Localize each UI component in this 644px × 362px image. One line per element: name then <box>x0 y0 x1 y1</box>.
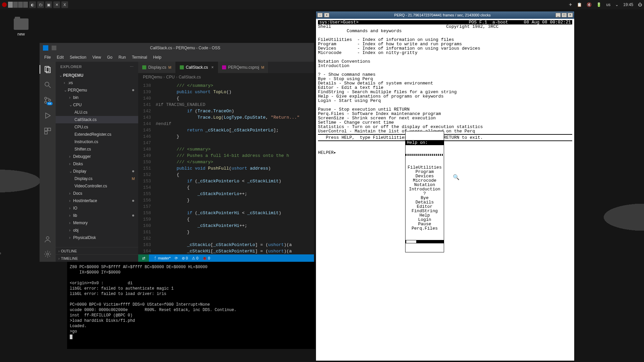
maximize-button[interactable]: □ <box>561 13 567 17</box>
tree-bin[interactable]: bin <box>56 94 138 101</box>
svg-point-12 <box>47 253 49 255</box>
tray-volume-icon[interactable]: 🔇 <box>587 2 592 7</box>
menu-go[interactable]: Go <box>104 54 115 61</box>
explorer-sidebar: EXPLORER ⋯ PERQEMU .vs PERQemu bin CPU A… <box>56 62 138 262</box>
perq-titlebar[interactable]: - ▪ PERQ - 21.79614723704441 frames / se… <box>316 11 574 19</box>
menu-edit[interactable]: Edit <box>54 54 66 61</box>
taskbar: ◐ 🗀 ▣ ✕ X ✈ 📋 🔇 🔋 us ⌄ 19:45 ⏻ <box>0 0 644 9</box>
menu-view[interactable]: View <box>90 54 104 61</box>
tree-root[interactable]: PERQEMU <box>56 72 138 79</box>
code-editor[interactable]: 138 139 140 141 142 143 144 145 146 147 … <box>138 81 314 254</box>
perq-divider <box>318 140 572 141</box>
tree-io[interactable]: IO <box>56 204 138 212</box>
explorer-more-icon[interactable]: ⋯ <box>130 65 134 69</box>
status-warnings[interactable]: ⚠ 0 <box>192 256 198 260</box>
tray-keyboard-layout[interactable]: us <box>606 2 610 7</box>
tree-cpucs[interactable]: CPU.cs <box>56 123 138 131</box>
tree-extreg[interactable]: ExtendedRegister.cs <box>56 131 138 138</box>
svg-point-4 <box>45 97 47 99</box>
tree-perqemu[interactable]: PERQemu <box>56 86 138 94</box>
taskbar-app-code[interactable]: ✕ <box>53 1 60 8</box>
menu-help[interactable]: Help <box>151 54 164 61</box>
help-popup-scrollbar[interactable] <box>406 240 444 243</box>
window-menu-icon[interactable]: - <box>317 13 323 17</box>
close-button[interactable]: × <box>568 13 573 17</box>
tree-memory[interactable]: Memory <box>56 219 138 227</box>
tree-cpu[interactable]: CPU <box>56 101 138 109</box>
tree-physdisk[interactable]: PhysicalDisk <box>56 234 138 241</box>
file-tree: PERQEMU .vs PERQemu bin CPU ALU.cs CallS… <box>56 72 138 247</box>
close-icon[interactable]: × <box>211 65 214 70</box>
breadcrumb[interactable]: PERQemu› CPU› CallStack.cs <box>138 73 314 81</box>
activity-extensions-icon[interactable] <box>43 127 52 135</box>
perq-status-line: sys:User>Guest>POS F.1 a-boot 08 Aug 08 … <box>318 20 572 24</box>
project-file-icon <box>222 65 226 69</box>
csharp-file-icon <box>142 65 146 69</box>
tab-display[interactable]: Display.csM <box>138 62 176 73</box>
minimize-button[interactable]: _ <box>555 13 561 17</box>
window-title: CallStack.cs - PERQemu - Code - OSS <box>60 46 311 50</box>
tree-vs[interactable]: .vs <box>56 79 138 86</box>
tree-callstack[interactable]: CallStack.cs <box>56 116 138 123</box>
status-errors[interactable]: ⊘ 0 <box>182 256 188 260</box>
code-content[interactable]: /// </summary> public ushort TopLo() { #… <box>156 81 314 254</box>
tray-clock[interactable]: 19:45 <box>623 2 633 7</box>
vscode-titlebar[interactable]: CallStack.cs - PERQemu - Code - OSS <box>40 43 314 53</box>
tree-instr[interactable]: Instruction.cs <box>56 138 138 145</box>
window-pin-icon[interactable]: ▪ <box>324 13 329 17</box>
tree-lib[interactable]: lib <box>56 212 138 219</box>
perq-prompt-line: Press HELP, type FileUtilitiesme, or pre… <box>318 135 483 140</box>
tab-callstack[interactable]: CallStack.cs× <box>176 62 218 73</box>
tray-dropdown-icon[interactable]: ⌄ <box>615 2 619 7</box>
app-menu-icon[interactable] <box>2 2 7 7</box>
menu-file[interactable]: File <box>42 54 53 61</box>
tray-power-icon[interactable]: ⏻ <box>638 2 642 7</box>
terminal-panel[interactable]: Z80 PC=$0000 SP=$ffff AF=$ffff BC=$0000 … <box>67 262 315 349</box>
status-debug-count[interactable]: 🐞 0 <box>202 256 210 260</box>
activity-account-icon[interactable] <box>43 235 52 244</box>
perq-screen[interactable]: sys:User>Guest>POS F.1 a-boot 08 Aug 08 … <box>316 19 574 361</box>
help-item[interactable]: Perq.Files <box>406 226 444 231</box>
tray-telegram-icon[interactable]: ✈ <box>569 2 572 7</box>
scm-badge: 44 <box>47 102 53 105</box>
perq-body-text: FileUtilities - Index of information on … <box>318 37 483 134</box>
status-sync[interactable]: ⟳ <box>175 256 178 260</box>
activity-debug-icon[interactable] <box>43 111 52 120</box>
remote-button[interactable]: ⇄ <box>138 254 149 262</box>
taskbar-app-1[interactable]: ◐ <box>29 1 36 8</box>
folder-icon <box>14 18 29 30</box>
tab-csproj[interactable]: PERQemu.csprojM <box>218 62 269 73</box>
tree-hostif[interactable]: HostInterface <box>56 197 138 204</box>
timeline-section[interactable]: TIMELINE <box>56 254 138 262</box>
tree-obj[interactable]: obj <box>56 227 138 234</box>
status-branch[interactable]: ᚶ master* <box>154 256 171 260</box>
activity-search-icon[interactable] <box>43 80 52 89</box>
activity-settings-icon[interactable] <box>43 250 52 258</box>
workspace-pager[interactable] <box>8 2 28 8</box>
svg-rect-9 <box>48 128 51 131</box>
taskbar-app-perq[interactable]: X <box>61 1 68 8</box>
activity-explorer-icon[interactable] <box>43 65 52 74</box>
activity-scm-icon[interactable]: 44 <box>43 96 52 105</box>
layout-grid-icon[interactable] <box>52 46 56 50</box>
tree-shifter[interactable]: Shifter.cs <box>56 145 138 153</box>
desktop-folder-new[interactable]: new <box>9 18 33 37</box>
tree-display[interactable]: Display <box>56 168 138 175</box>
menu-run[interactable]: Run <box>116 54 128 61</box>
perq-cmds-header: Commands and keywords <box>347 28 402 34</box>
taskbar-app-files[interactable]: 🗀 <box>37 1 44 8</box>
editor-tabs: Display.csM CallStack.cs× PERQemu.csproj… <box>138 62 314 73</box>
menu-terminal[interactable]: Terminal <box>129 54 150 61</box>
tray-battery-icon[interactable]: 🔋 <box>596 2 601 7</box>
tree-displaycs[interactable]: Display.csM <box>56 175 138 182</box>
tree-alu[interactable]: ALU.cs <box>56 109 138 116</box>
tree-videoctrl[interactable]: VideoController.cs <box>56 182 138 190</box>
outline-section[interactable]: OUTLINE <box>56 247 138 254</box>
tray-clipboard-icon[interactable]: 📋 <box>577 2 582 7</box>
tree-docs[interactable]: Docs <box>56 190 138 197</box>
taskbar-app-term[interactable]: ▣ <box>45 1 52 8</box>
csharp-file-icon <box>180 65 184 69</box>
tree-debugger[interactable]: Debugger <box>56 153 138 160</box>
tree-disks[interactable]: Disks <box>56 160 138 168</box>
menu-selection[interactable]: Selection <box>67 54 89 61</box>
